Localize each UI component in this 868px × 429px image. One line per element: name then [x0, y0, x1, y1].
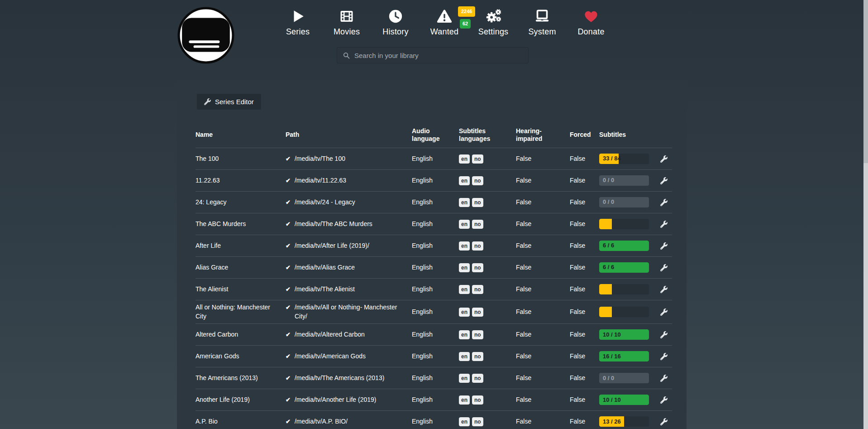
forced-value: False: [570, 417, 599, 426]
language-badge-en[interactable]: en: [459, 374, 470, 383]
audio-language-value: English: [412, 285, 459, 294]
path-verified-check-icon: ✔: [286, 220, 291, 229]
wrench-icon: [660, 353, 668, 360]
language-badge-en[interactable]: en: [459, 220, 470, 229]
subtitles-languages-badges: enno: [459, 176, 516, 185]
wrench-icon: [660, 286, 668, 293]
subtitles-progress-bar: [599, 307, 649, 317]
path-verified-check-icon: ✔: [286, 241, 291, 251]
language-badge-no[interactable]: no: [472, 285, 483, 294]
table-row: The 100 ✔ /media/tv/The 100 English enno…: [196, 148, 672, 169]
edit-series-button[interactable]: [655, 331, 672, 338]
language-badge-en[interactable]: en: [459, 352, 470, 361]
wrench-icon: [660, 418, 668, 425]
scrollbar-thumb[interactable]: [863, 0, 868, 163]
series-name: The 100: [196, 154, 286, 164]
nav-item-movies[interactable]: Movies: [322, 6, 371, 37]
subtitles-languages-badges: enno: [459, 330, 516, 339]
series-path: /media/tv/Alias Grace: [295, 263, 355, 272]
language-badge-no[interactable]: no: [472, 241, 483, 251]
hearing-impaired-value: False: [516, 417, 570, 426]
edit-series-button[interactable]: [655, 242, 672, 250]
forced-value: False: [570, 176, 599, 185]
nav-item-history[interactable]: History: [371, 6, 420, 37]
search-input[interactable]: [354, 52, 523, 59]
progress-fill: [599, 307, 612, 317]
play-icon: [290, 6, 305, 26]
language-badge-no[interactable]: no: [472, 374, 483, 383]
audio-language-value: English: [412, 220, 459, 229]
edit-series-button[interactable]: [655, 308, 672, 316]
hearing-impaired-value: False: [516, 308, 570, 317]
subtitles-languages-badges: enno: [459, 263, 516, 272]
nav-item-settings[interactable]: Settings: [469, 6, 518, 37]
series-name: American Gods: [196, 352, 286, 361]
language-badge-en[interactable]: en: [459, 417, 470, 426]
language-badge-en[interactable]: en: [459, 241, 470, 251]
nav-item-wanted[interactable]: Wanted 2246 62: [420, 6, 469, 37]
language-badge-no[interactable]: no: [472, 263, 483, 272]
language-badge-en[interactable]: en: [459, 330, 470, 339]
wrench-icon: [660, 221, 668, 228]
language-badge-no[interactable]: no: [472, 198, 483, 207]
edit-series-button[interactable]: [655, 396, 672, 404]
subtitles-progress-bar: 6 / 6: [599, 241, 649, 251]
audio-language-value: English: [412, 241, 459, 251]
path-verified-check-icon: ✔: [286, 285, 291, 294]
series-path: /media/tv/11.22.63: [295, 176, 346, 185]
language-badge-no[interactable]: no: [472, 220, 483, 229]
language-badge-en[interactable]: en: [459, 154, 470, 164]
wrench-icon: [660, 396, 668, 404]
language-badge-en[interactable]: en: [459, 285, 470, 294]
laptop-icon: [534, 6, 550, 26]
edit-series-button[interactable]: [655, 375, 672, 382]
main-navigation: Series Movies History: [273, 6, 615, 37]
nav-label: Donate: [577, 27, 604, 37]
audio-language-value: English: [412, 352, 459, 361]
series-editor-button[interactable]: Series Editor: [197, 94, 261, 110]
language-badge-no[interactable]: no: [472, 308, 483, 317]
language-badge-en[interactable]: en: [459, 308, 470, 317]
progress-label: 0 / 0: [603, 175, 614, 186]
language-badge-en[interactable]: en: [459, 176, 470, 185]
subtitles-progress-bar: 13 / 26: [599, 416, 649, 427]
vertical-scrollbar[interactable]: [863, 0, 868, 429]
edit-series-button[interactable]: [655, 418, 672, 425]
audio-language-value: English: [412, 176, 459, 185]
path-verified-check-icon: ✔: [286, 395, 291, 405]
subtitles-progress-bar: 16 / 16: [599, 351, 649, 362]
subtitles-progress-bar: 33 / 84: [599, 154, 649, 164]
language-badge-en[interactable]: en: [459, 198, 470, 207]
nav-label: Series: [286, 27, 310, 37]
language-badge-no[interactable]: no: [472, 154, 483, 164]
language-badge-no[interactable]: no: [472, 417, 483, 426]
hearing-impaired-value: False: [516, 285, 570, 294]
language-badge-no[interactable]: no: [472, 352, 483, 361]
forced-value: False: [570, 374, 599, 383]
language-badge-no[interactable]: no: [472, 330, 483, 339]
language-badge-en[interactable]: en: [459, 395, 470, 405]
nav-item-donate[interactable]: Donate: [567, 6, 615, 37]
language-badge-no[interactable]: no: [472, 395, 483, 405]
language-badge-no[interactable]: no: [472, 176, 483, 185]
series-path: /media/tv/After Life (2019)/: [295, 241, 369, 251]
forced-value: False: [570, 285, 599, 294]
series-path: /media/tv/24 - Legacy: [295, 198, 355, 207]
edit-series-button[interactable]: [655, 221, 672, 228]
bazarr-logo[interactable]: [177, 7, 234, 64]
language-badge-en[interactable]: en: [459, 263, 470, 272]
edit-series-button[interactable]: [655, 155, 672, 163]
wrench-icon: [660, 242, 668, 250]
edit-series-button[interactable]: [655, 264, 672, 271]
edit-series-button[interactable]: [655, 353, 672, 360]
nav-label: Movies: [334, 27, 360, 37]
edit-series-button[interactable]: [655, 199, 672, 206]
edit-series-button[interactable]: [655, 177, 672, 184]
nav-item-series[interactable]: Series: [273, 6, 322, 37]
subtitles-progress-bar: 0 / 0: [599, 373, 649, 383]
series-path: /media/tv/Altered Carbon: [295, 330, 365, 339]
progress-label: 10 / 10: [603, 395, 621, 405]
nav-item-system[interactable]: System: [518, 6, 567, 37]
series-name: 11.22.63: [196, 176, 286, 185]
edit-series-button[interactable]: [655, 286, 672, 293]
